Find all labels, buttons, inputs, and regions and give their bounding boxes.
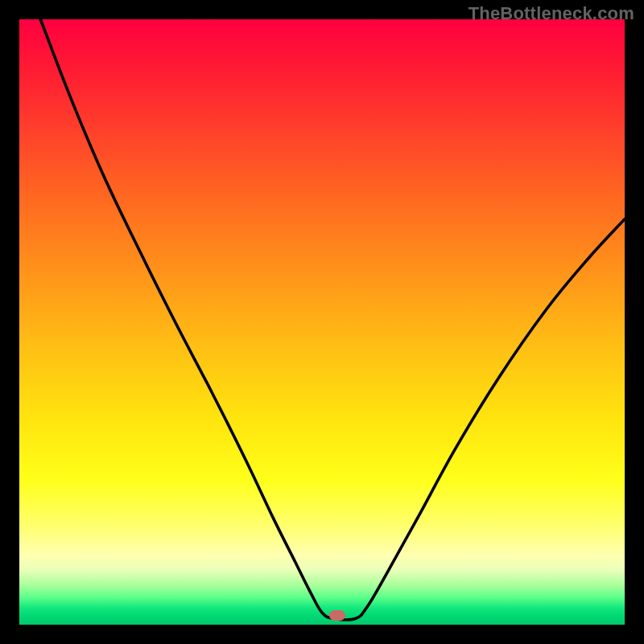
bottleneck-curve: [19, 19, 625, 625]
plot-area: [19, 19, 625, 625]
chart-frame: TheBottleneck.com: [0, 0, 644, 644]
watermark-text: TheBottleneck.com: [469, 3, 634, 24]
minimum-marker: [329, 610, 345, 621]
